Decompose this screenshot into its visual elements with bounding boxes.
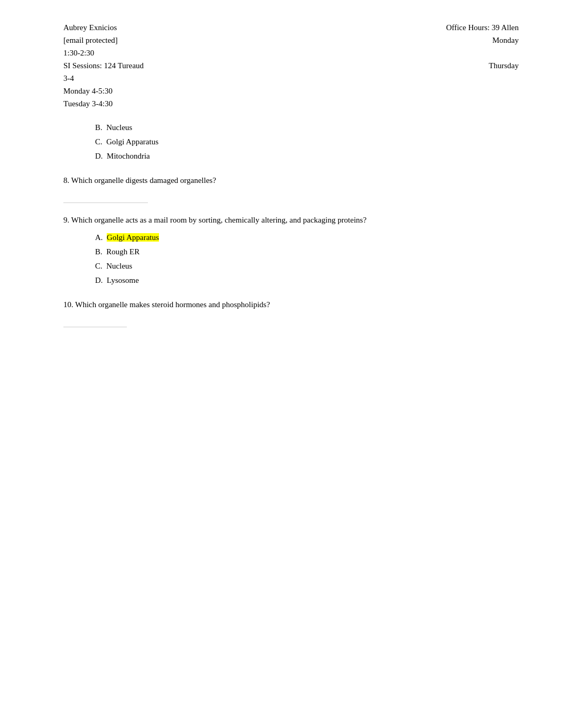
q9-answer-a: A. Golgi Apparatus: [95, 231, 519, 245]
q9-answer-b: B. Rough ER: [95, 245, 519, 259]
q9-answer-list: A. Golgi Apparatus B. Rough ER C. Nucleu…: [95, 231, 519, 288]
q9-answer-c: C. Nucleus: [95, 259, 519, 273]
q9-number: 9.: [63, 216, 69, 224]
q9-answer-c-text: Nucleus: [106, 262, 132, 270]
student-email: [email protected]: [63, 34, 144, 47]
previous-answers: B. Nucleus C. Golgi Apparatus D. Mitocho…: [63, 121, 519, 163]
label-b: B.: [95, 247, 106, 256]
time-range1: 3-4: [63, 72, 144, 85]
q9-answer-d: D. Lysosome: [95, 273, 519, 288]
q9-answer-a-text: Golgi Apparatus: [107, 233, 159, 242]
office-day1: Monday: [446, 34, 519, 47]
header-left: Aubrey Exnicios [email protected] 1:30-2…: [63, 21, 144, 110]
q10-number: 10.: [63, 300, 73, 309]
label-c-prev: C.: [95, 137, 106, 146]
label-b-prev: B.: [95, 123, 106, 132]
student-name: Aubrey Exnicios: [63, 21, 144, 34]
header-right: Office Hours: 39 Allen Monday Thursday: [446, 21, 519, 110]
office-day2: Thursday: [446, 59, 519, 72]
q9-answer-d-text: Lysosome: [107, 276, 139, 284]
student-time: 1:30-2:30: [63, 47, 144, 59]
prev-answer-d: D. Mitochondria: [95, 149, 519, 163]
q9-text: Which organelle acts as a mail room by s…: [71, 216, 367, 224]
office-hours: Office Hours: 39 Allen: [446, 21, 519, 34]
si-sessions: SI Sessions: 124 Tureaud: [63, 59, 144, 72]
label-d: D.: [95, 276, 107, 284]
q8-text: Which organelle digests damaged organell…: [71, 176, 216, 185]
divider-1: [63, 202, 148, 203]
label-a: A.: [95, 233, 107, 242]
q10-text: Which organelle makes steroid hormones a…: [75, 300, 270, 309]
question-9: 9. Which organelle acts as a mail room b…: [63, 214, 519, 226]
question-10: 10. Which organelle makes steroid hormon…: [63, 298, 519, 311]
question-8: 8. Which organelle digests damaged organ…: [63, 174, 519, 187]
q8-number: 8.: [63, 176, 69, 185]
prev-answer-b: B. Nucleus: [95, 121, 519, 135]
prev-answer-c: C. Golgi Apparatus: [95, 135, 519, 149]
time-range2: Monday 4-5:30: [63, 85, 144, 97]
time-range3: Tuesday 3-4:30: [63, 97, 144, 110]
header: Aubrey Exnicios [email protected] 1:30-2…: [63, 21, 519, 110]
q9-answer-b-text: Rough ER: [106, 247, 139, 256]
prev-answer-list: B. Nucleus C. Golgi Apparatus D. Mitocho…: [95, 121, 519, 163]
label-c: C.: [95, 262, 106, 270]
label-d-prev: D.: [95, 152, 107, 160]
divider-2: [63, 327, 127, 327]
